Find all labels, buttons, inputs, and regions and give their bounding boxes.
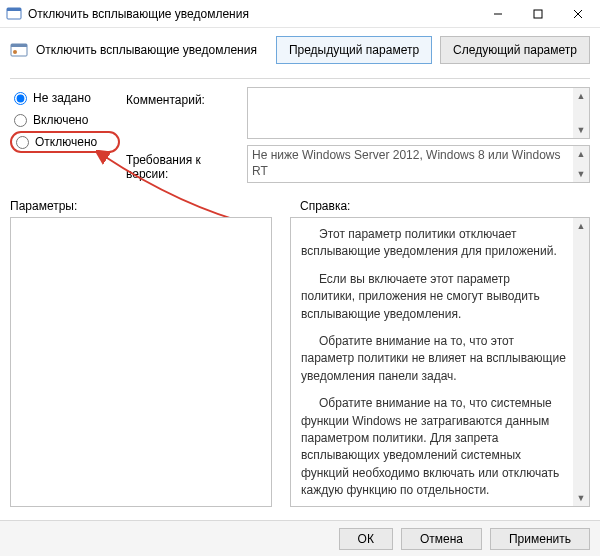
header-title: Отключить всплывающие уведомления [36,43,268,57]
scroll-down-icon[interactable]: ▼ [573,490,589,506]
close-button[interactable] [558,0,598,28]
supported-label: Требования к версии: [126,149,241,187]
help-panel: Этот параметр политики отключает всплыва… [290,217,590,507]
radio-not-configured-label: Не задано [33,91,91,105]
radio-disabled-input[interactable] [16,136,29,149]
help-p3: Обратите внимание на то, что этот параме… [301,333,567,385]
scrollbar[interactable]: ▲ ▼ [573,218,589,506]
titlebar: Отключить всплывающие уведомления [0,0,600,28]
supported-textarea: Не ниже Windows Server 2012, Windows 8 и… [247,145,590,183]
scrollbar[interactable]: ▲ ▼ [573,146,589,182]
lower-panels: Этот параметр политики отключает всплыва… [0,217,600,507]
maximize-button[interactable] [518,0,558,28]
policy-icon [10,41,28,59]
section-labels: Параметры: Справка: [0,187,600,217]
scroll-up-icon[interactable]: ▲ [573,218,589,234]
svg-rect-7 [11,44,27,47]
svg-rect-1 [7,8,21,11]
minimize-button[interactable] [478,0,518,28]
app-icon [6,6,22,22]
next-setting-button[interactable]: Следующий параметр [440,36,590,64]
svg-point-8 [13,50,17,54]
footer: ОК Отмена Применить [0,520,600,556]
radio-enabled[interactable]: Включено [10,109,120,131]
previous-setting-button[interactable]: Предыдущий параметр [276,36,432,64]
radio-enabled-label: Включено [33,113,88,127]
radio-disabled-label: Отключено [35,135,97,149]
window-title: Отключить всплывающие уведомления [28,7,478,21]
comment-label: Комментарий: [126,91,241,149]
upper-grid: Не задано Включено Отключено Комментарий… [0,87,600,187]
radio-group: Не задано Включено Отключено [10,87,120,187]
highlight-annotation: Отключено [10,131,120,153]
help-p1: Этот параметр политики отключает всплыва… [301,226,567,261]
scroll-up-icon[interactable]: ▲ [573,88,589,104]
supported-value: Не ниже Windows Server 2012, Windows 8 и… [252,148,571,180]
help-label: Справка: [280,199,590,213]
help-content: Этот параметр политики отключает всплыва… [301,226,567,500]
radio-disabled[interactable]: Отключено [12,135,112,149]
cancel-button[interactable]: Отмена [401,528,482,550]
field-values: ▲ ▼ Не ниже Windows Server 2012, Windows… [247,87,590,187]
radio-not-configured-input[interactable] [14,92,27,105]
help-p4: Обратите внимание на то, что системные ф… [301,395,567,499]
ok-button[interactable]: ОК [339,528,393,550]
svg-rect-3 [534,10,542,18]
comment-textarea[interactable]: ▲ ▼ [247,87,590,139]
scroll-down-icon[interactable]: ▼ [573,122,589,138]
radio-enabled-input[interactable] [14,114,27,127]
header-row: Отключить всплывающие уведомления Предыд… [0,28,600,78]
comment-value [252,90,571,136]
help-p2: Если вы включаете этот параметр политики… [301,271,567,323]
field-labels: Комментарий: Требования к версии: [126,87,241,187]
options-label: Параметры: [10,199,280,213]
scroll-up-icon[interactable]: ▲ [573,146,589,162]
divider [10,78,590,79]
scrollbar[interactable]: ▲ ▼ [573,88,589,138]
options-panel [10,217,272,507]
scroll-down-icon[interactable]: ▼ [573,166,589,182]
apply-button[interactable]: Применить [490,528,590,550]
radio-not-configured[interactable]: Не задано [10,87,120,109]
